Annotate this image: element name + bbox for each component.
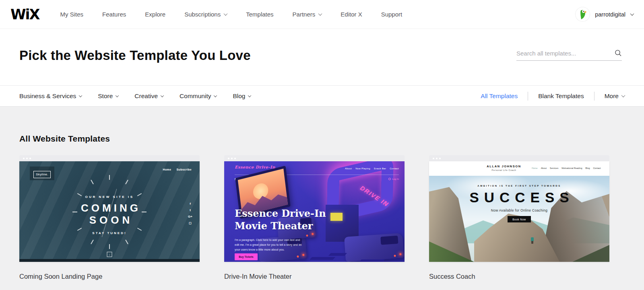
chevron-down-icon [161, 94, 164, 97]
scroll-down-icon: ↓ [107, 252, 112, 257]
parrot-icon [576, 7, 590, 21]
section-title: All Website Templates [19, 134, 625, 144]
nav-explore[interactable]: Explore [145, 11, 165, 18]
road-stripe [359, 259, 385, 262]
social-icons: f t G+ ◻ [188, 202, 192, 225]
nav-templates[interactable]: Templates [246, 11, 273, 18]
template-title[interactable]: Success Coach [429, 273, 609, 280]
window-dot-icon [433, 158, 434, 159]
nav-editor-x[interactable]: Editor X [341, 11, 362, 18]
sun-graphic [252, 182, 269, 201]
template-card-success-coach[interactable]: ALLAN JOHNSON Personal Life Coach Home A… [429, 155, 609, 280]
preview-hero-image: AMBITION IS THE FIRST STEP TOWARDS SUCCE… [429, 176, 609, 262]
template-card-drive-in[interactable]: DRIVE IN Essence Drive-In About Now Play… [224, 155, 405, 280]
avatar [576, 7, 590, 21]
window-dot-icon [228, 158, 229, 159]
preview-site-logo: Essence Drive-In [235, 165, 275, 169]
preview-site-logo: Skyline. [30, 167, 54, 180]
main-menu: My Sites Features Explore Subscriptions … [60, 11, 402, 18]
nav-support[interactable]: Support [381, 11, 402, 18]
preview-paragraph: I'm a paragraph. Click here to add your … [235, 238, 302, 252]
window-dot-icon [26, 158, 28, 159]
category-bar: Business & Services Store Creative Commu… [0, 85, 644, 107]
top-navbar: WiX My Sites Features Explore Subscripti… [0, 0, 644, 29]
window-dot-icon [436, 158, 438, 159]
template-preview-success-coach[interactable]: ALLAN JOHNSON Personal Life Coach Home A… [429, 161, 609, 262]
preview-site-header: ALLAN JOHNSON Personal Life Coach Home A… [429, 161, 609, 176]
search-input[interactable] [516, 50, 615, 57]
template-preview-coming-soon[interactable]: Skyline. Home Subscribe OUR NEW SITE IS … [19, 161, 200, 262]
user-icon [388, 178, 391, 180]
window-dot-icon [439, 158, 441, 159]
divider [594, 92, 594, 101]
browser-chrome-bar [19, 155, 200, 161]
wix-logo[interactable]: WiX [10, 6, 39, 23]
preview-copy: OUR NEW SITE IS COMING SOON STAY TUNED! [19, 195, 200, 235]
category-creative[interactable]: Creative [134, 93, 163, 100]
template-card-coming-soon[interactable]: Skyline. Home Subscribe OUR NEW SITE IS … [19, 155, 200, 280]
divider [528, 92, 528, 101]
preview-site-nav: Home About Services Motivational Reading… [532, 167, 601, 169]
buy-tickets-button: Buy Tickets [235, 253, 258, 260]
googleplus-icon: G+ [188, 215, 192, 218]
template-grid: Skyline. Home Subscribe OUR NEW SITE IS … [19, 155, 625, 280]
climber-graphic [531, 237, 534, 241]
road-stripe [328, 253, 347, 256]
search-box [516, 49, 622, 61]
link-all-templates[interactable]: All Templates [481, 93, 518, 100]
page-title: Pick the Website Template You Love [19, 48, 251, 63]
preview-site-nav: About Now Playing Snack Bar Contact [345, 167, 399, 170]
browser-chrome-bar [429, 155, 609, 161]
facebook-icon: f [190, 202, 191, 206]
nav-my-sites[interactable]: My Sites [60, 11, 84, 18]
nav-partners[interactable]: Partners [293, 11, 322, 18]
hero-section: Pick the Website Template You Love [0, 29, 644, 85]
link-blank-templates[interactable]: Blank Templates [538, 93, 584, 100]
link-more[interactable]: More [605, 93, 625, 100]
preview-site-nav: Home Subscribe [163, 168, 192, 171]
road-stripe [310, 257, 335, 260]
account-menu[interactable]: parrotdigital [576, 7, 634, 21]
window-dot-icon [29, 158, 31, 159]
nav-features[interactable]: Features [102, 11, 126, 18]
preview-copy: AMBITION IS THE FIRST STEP TOWARDS SUCCE… [429, 185, 609, 222]
category-business-services[interactable]: Business & Services [19, 93, 82, 100]
chevron-down-icon [224, 12, 228, 16]
category-community[interactable]: Community [180, 93, 217, 100]
book-now-button: Book Now [508, 216, 531, 222]
chevron-down-icon [79, 94, 82, 97]
chevron-down-icon [214, 94, 217, 97]
search-icon[interactable] [615, 49, 622, 57]
chevron-down-icon [248, 94, 251, 97]
wix-templates-page: WiX My Sites Features Explore Subscripti… [0, 0, 644, 290]
template-preview-drive-in[interactable]: DRIVE IN Essence Drive-In About Now Play… [224, 161, 405, 262]
van-graphic [344, 233, 404, 262]
twitter-icon: t [190, 208, 191, 212]
preview-footer-strip [19, 259, 200, 262]
nav-subscriptions[interactable]: Subscriptions [184, 11, 227, 18]
chevron-down-icon [116, 94, 119, 97]
instagram-icon: ◻ [189, 221, 192, 225]
preview-heading: Essence Drive-In Movie Theater [235, 207, 326, 232]
template-title[interactable]: Coming Soon Landing Page [19, 273, 200, 280]
template-view-links: All Templates Blank Templates More [481, 92, 625, 101]
window-dot-icon [23, 158, 25, 159]
account-name: parrotdigital [595, 11, 625, 18]
template-title[interactable]: Drive-In Movie Theater [224, 273, 405, 280]
login-link: Log In [388, 178, 399, 180]
category-filters: Business & Services Store Creative Commu… [19, 93, 251, 100]
window-dot-icon [234, 158, 236, 159]
browser-chrome-bar [224, 155, 405, 161]
category-blog[interactable]: Blog [233, 93, 251, 100]
window-dot-icon [231, 158, 233, 159]
chevron-down-icon [318, 12, 322, 16]
chevron-down-icon [621, 93, 625, 97]
booth-window [330, 213, 343, 221]
preview-site-logo: ALLAN JOHNSON Personal Life Coach [481, 165, 527, 171]
category-store[interactable]: Store [98, 93, 118, 100]
chevron-down-icon [630, 12, 634, 16]
templates-section: All Website Templates Skyline. Home Subs… [0, 134, 644, 280]
